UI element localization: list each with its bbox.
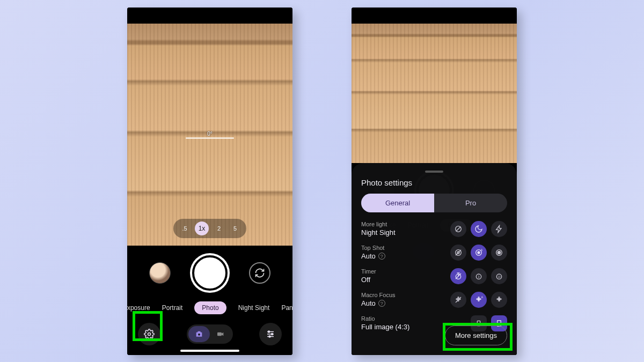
- option-auto-rec[interactable]: A: [471, 245, 487, 261]
- setting-label: More light: [361, 221, 396, 227]
- setting-label: Ratio: [361, 315, 409, 322]
- zoom-5x[interactable]: 5: [229, 223, 241, 234]
- gallery-thumbnail[interactable]: [149, 262, 171, 284]
- status-bar: [127, 8, 292, 24]
- adjustments-button[interactable]: [259, 323, 282, 345]
- svg-point-4: [272, 333, 273, 335]
- home-indicator[interactable]: [180, 350, 239, 352]
- setting-options: [450, 221, 507, 237]
- setting-value: Auto?: [361, 299, 396, 307]
- setting-value: Night Sight: [361, 228, 396, 237]
- panel-title: Photo settings: [361, 178, 507, 187]
- zoom-2x[interactable]: 2: [213, 223, 225, 234]
- switch-camera-button[interactable]: [249, 262, 270, 284]
- setting-row-macro-focus: Macro FocusAuto?A: [361, 292, 507, 308]
- toggle-photo[interactable]: [188, 326, 210, 342]
- mode-night-sight[interactable]: Night Sight: [238, 301, 270, 314]
- gear-icon: [144, 329, 155, 339]
- phone-camera-settings-panel: g ExposurePortraitPhotoNight S Photo set…: [352, 8, 517, 355]
- photo-video-toggle[interactable]: [187, 324, 233, 344]
- toggle-video[interactable]: [210, 326, 231, 342]
- zoom-1x[interactable]: 1x: [195, 221, 209, 235]
- setting-value: Full image (4:3): [361, 323, 409, 331]
- help-icon[interactable]: ?: [378, 253, 385, 260]
- option-no-rec[interactable]: [450, 245, 466, 261]
- svg-point-13: [497, 251, 500, 254]
- option-timer-off[interactable]: [450, 268, 466, 284]
- mode-selector[interactable]: g Exposure Portrait Photo Night Sight Pa…: [127, 301, 292, 314]
- settings-button[interactable]: [138, 323, 160, 345]
- setting-options: A: [450, 245, 507, 261]
- option-timer-3[interactable]: 3: [471, 268, 487, 284]
- mode-photo[interactable]: Photo: [194, 301, 226, 314]
- level-value: 0°: [207, 130, 213, 136]
- controls-area: g Exposure Portrait Photo Night Sight Pa…: [127, 246, 292, 355]
- mode-portrait[interactable]: Portrait: [162, 301, 183, 314]
- drag-handle[interactable]: [425, 171, 443, 173]
- more-settings-button[interactable]: More settings: [445, 326, 507, 345]
- setting-row-more-light: More lightNight Sight: [361, 221, 507, 237]
- photo-settings-panel: Photo settings General Pro More lightNig…: [352, 163, 517, 355]
- setting-row-timer: TimerOff310: [361, 268, 507, 284]
- svg-rect-2: [217, 332, 222, 336]
- setting-label: Timer: [361, 268, 376, 275]
- zoom-selector[interactable]: .5 1x 2 5: [173, 219, 246, 238]
- zoom-0-5x[interactable]: .5: [179, 223, 191, 234]
- svg-point-0: [148, 333, 151, 335]
- option-rec[interactable]: [491, 245, 507, 261]
- svg-rect-23: [477, 321, 480, 326]
- mode-panorama[interactable]: Panora: [281, 301, 292, 314]
- camera-icon: [195, 330, 203, 338]
- svg-text:3: 3: [478, 275, 480, 278]
- sliders-icon: [266, 329, 275, 339]
- switch-camera-icon: [254, 268, 265, 278]
- svg-text:10: 10: [497, 275, 501, 278]
- option-flash[interactable]: [491, 221, 507, 237]
- phone-camera-main: 0° .5 1x 2 5 g Exposure Portrait Photo N…: [127, 8, 292, 355]
- svg-point-1: [198, 333, 200, 335]
- svg-point-3: [268, 331, 270, 333]
- setting-value: Auto?: [361, 252, 385, 260]
- svg-point-5: [269, 336, 270, 337]
- svg-text:A: A: [481, 295, 483, 298]
- option-moon[interactable]: [471, 221, 487, 237]
- tab-pro[interactable]: Pro: [434, 194, 507, 212]
- setting-value: Off: [361, 276, 376, 284]
- settings-tabs[interactable]: General Pro: [361, 194, 507, 212]
- option-flower-auto[interactable]: A: [471, 292, 487, 308]
- svg-text:A: A: [481, 249, 483, 252]
- setting-label: Top Shot: [361, 245, 385, 251]
- setting-row-top-shot: Top ShotAuto?A: [361, 245, 507, 261]
- setting-options: 310: [450, 268, 507, 284]
- setting-label: Macro Focus: [361, 292, 396, 298]
- viewfinder-preview: [352, 24, 517, 163]
- level-indicator: 0°: [186, 130, 234, 138]
- mode-long-exposure[interactable]: g Exposure: [127, 301, 150, 314]
- option-timer-10[interactable]: 10: [491, 268, 507, 284]
- tab-general[interactable]: General: [361, 194, 434, 212]
- viewfinder[interactable]: [352, 24, 517, 163]
- help-icon[interactable]: ?: [378, 300, 385, 307]
- option-flower[interactable]: [491, 292, 507, 308]
- status-bar: [352, 8, 517, 24]
- viewfinder[interactable]: 0° .5 1x 2 5: [127, 24, 292, 246]
- option-off[interactable]: [450, 221, 466, 237]
- option-flower-off[interactable]: [450, 292, 466, 308]
- svg-point-10: [478, 252, 480, 254]
- video-icon: [216, 330, 225, 338]
- shutter-button[interactable]: [192, 255, 228, 291]
- setting-options: A: [450, 292, 507, 308]
